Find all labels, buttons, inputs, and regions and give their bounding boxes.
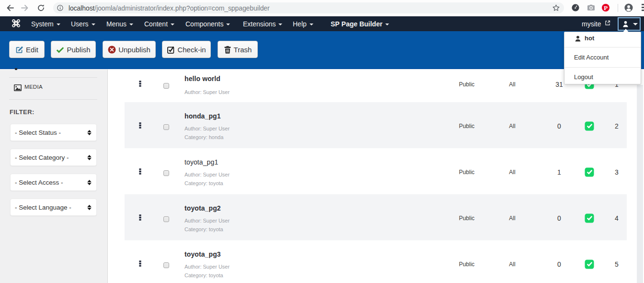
svg-text:P: P: [604, 4, 608, 12]
